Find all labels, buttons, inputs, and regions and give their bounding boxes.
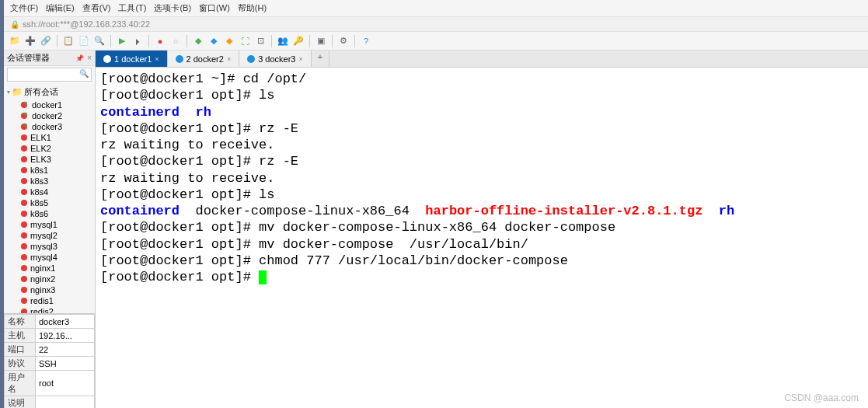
separator [57,35,58,47]
address-bar: 🔒 ssh://root:***@192.168.233.40:22 [4,17,868,32]
link-icon[interactable]: 🔗 [40,35,52,47]
menu-view[interactable]: 查看(V) [82,2,111,14]
add-session-icon[interactable]: ➕ [24,35,37,47]
terminal-text: [root@docker1 opt]# [100,270,259,284]
close-sidebar-icon[interactable]: × [87,54,92,62]
terminal-text: rh [195,105,211,120]
menu-tabs[interactable]: 选项卡(B) [154,2,191,14]
session-item-nginx2[interactable]: nginx2 [4,274,95,284]
tab-close-icon[interactable]: × [155,55,159,63]
run-alt-icon[interactable]: ⏵ [131,35,144,47]
terminal-text: [root@docker1 opt]# chmod 777 /usr/local… [100,253,568,268]
terminal-line: [root@docker1 opt]# ls [100,87,863,103]
session-item-k8s4[interactable]: k8s4 [4,187,95,197]
terminal-line: rz waiting to receive. [100,137,863,153]
session-icon [21,134,27,141]
toggle-icon[interactable]: ▾ [7,89,10,96]
menu-edit[interactable]: 编辑(E) [46,2,75,14]
session-icon [21,189,27,195]
session-item-docker1[interactable]: docker1 [4,99,95,110]
session-icon [21,211,27,217]
session-item-k8s5[interactable]: k8s5 [4,197,95,208]
prop-value: SSH [36,357,95,371]
terminal-text: [root@docker1 opt]# mv docker-compose-li… [100,220,615,235]
tree-root[interactable]: ▾ 📁 所有会话 [4,85,95,99]
session-item-docker3[interactable]: docker3 [4,121,95,132]
session-connected-icon [21,124,29,130]
session-item-k8s1[interactable]: k8s1 [4,165,95,176]
prop-value: docker3 [36,315,95,329]
copy-icon[interactable]: 📋 [62,35,75,47]
session-item-mysql2[interactable]: mysql2 [4,230,95,241]
disconnect-icon[interactable]: ○ [169,35,182,47]
session-item-k8s6[interactable]: k8s6 [4,208,95,219]
menubar: 文件(F) 编辑(E) 查看(V) 工具(T) 选项卡(B) 窗口(W) 帮助(… [4,0,868,17]
session-icon [21,276,27,282]
prop-key: 说明 [5,396,36,409]
prop-key: 主机 [5,329,36,343]
terminal-text: [root@docker1 opt]# ls [100,88,274,103]
terminal-text: containerd [100,105,180,120]
separator [110,35,111,47]
menu-window[interactable]: 窗口(W) [199,2,230,14]
session-item-redis1[interactable]: redis1 [4,295,95,306]
session-label: redis1 [30,296,54,305]
session-icon [21,243,27,249]
cursor [259,270,267,284]
terminal-text: [root@docker1 opt]# rz -E [100,121,298,136]
tab-add-button[interactable]: + [312,51,329,67]
session-item-k8s3[interactable]: k8s3 [4,176,95,187]
menu-file[interactable]: 文件(F) [10,2,38,14]
search-icon[interactable]: 🔍 [93,35,106,47]
session-item-mysql4[interactable]: mysql4 [4,252,95,263]
session-item-docker2[interactable]: docker2 [4,110,95,121]
session-item-ELK2[interactable]: ELK2 [4,143,95,154]
collapse-icon[interactable]: ⊡ [254,35,267,47]
terminal-line: containerd rh [100,104,863,120]
settings-icon[interactable]: ⚙ [337,35,350,47]
expand-icon[interactable]: ⛶ [239,35,251,47]
tab-2-docker2[interactable]: 2 docker2× [168,51,240,67]
terminal[interactable]: [root@docker1 ~]# cd /opt/[root@docker1 … [96,68,868,408]
menu-help[interactable]: 帮助(H) [238,2,267,14]
tab-close-icon[interactable]: × [298,55,302,63]
session-item-ELK3[interactable]: ELK3 [4,154,95,165]
session-item-nginx1[interactable]: nginx1 [4,263,95,274]
session-item-mysql1[interactable]: mysql1 [4,219,95,230]
key-icon[interactable]: 🔑 [292,35,305,47]
address-text: ssh://root:***@192.168.233.40:22 [23,19,150,29]
prop-key: 端口 [5,343,36,357]
prop-key: 名称 [5,315,36,329]
session-label: mysql2 [30,231,58,240]
session-item-mysql3[interactable]: mysql3 [4,241,95,252]
paste-icon[interactable]: 📄 [78,35,90,47]
session-item-ELK1[interactable]: ELK1 [4,132,95,143]
reconnect-icon[interactable]: ● [154,35,166,47]
session-tree[interactable]: ▾ 📁 所有会话 docker1docker2docker3ELK1ELK2EL… [4,83,95,313]
separator [354,35,355,47]
terminal-line: [root@docker1 opt]# rz -E [100,120,863,137]
tree-root-label: 所有会话 [24,86,58,98]
users-icon[interactable]: 👥 [277,35,289,47]
session-icon [21,254,27,260]
search-icon[interactable]: 🔍 [79,69,89,78]
run-icon[interactable]: ▶ [116,35,128,47]
tab-3-docker3[interactable]: 3 docker3× [239,51,312,67]
prop-row: 主机192.16... [5,329,95,343]
session-icon [21,167,27,173]
session-label: redis2 [30,307,54,313]
pin-icon[interactable]: 📌 [75,54,84,62]
terminal-line: [root@docker1 opt]# rz -E [100,153,863,169]
folder-icon[interactable]: 📁 [9,35,21,47]
session-item-redis2[interactable]: redis2 [4,306,95,313]
prop-row: 用户名root [5,371,95,396]
color-orange-icon[interactable]: ◆ [223,35,235,47]
color-blue-icon[interactable]: ◆ [207,35,220,47]
help-icon[interactable]: ? [360,35,372,47]
color-green-icon[interactable]: ◆ [192,35,204,47]
tab-close-icon[interactable]: × [227,55,231,63]
tab-1-docker1[interactable]: 1 docker1× [96,51,168,67]
menu-tools[interactable]: 工具(T) [118,2,146,14]
session-item-nginx3[interactable]: nginx3 [4,284,95,295]
cmd-icon[interactable]: ▣ [315,35,327,47]
